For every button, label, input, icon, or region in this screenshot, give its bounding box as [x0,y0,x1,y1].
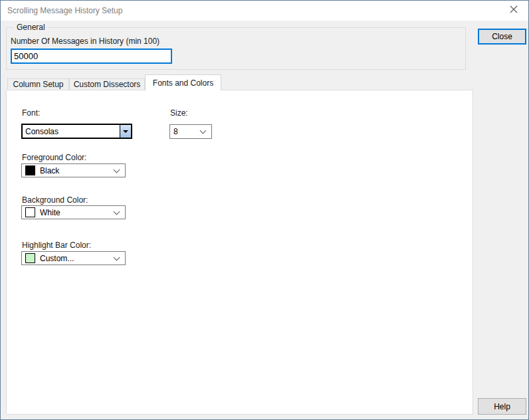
background-color-swatch [25,207,35,217]
chevron-down-icon [114,166,120,173]
tab-fonts-and-colors[interactable]: Fonts and Colors [145,74,221,90]
background-color-value: White [40,208,60,217]
font-label: Font: [22,108,40,118]
window-title: Scrolling Message History Setup [7,6,122,15]
foreground-color-label: Foreground Color: [22,153,86,162]
title-bar: Scrolling Message History Setup [1,1,528,21]
chevron-down-icon [114,208,120,215]
general-groupbox: General Number Of Messages in History (m… [6,27,466,70]
highlight-bar-color-label: Highlight Bar Color: [22,241,91,250]
background-color-combobox[interactable]: White [21,205,126,219]
messages-history-input[interactable] [11,49,172,64]
messages-history-label: Number Of Messages in History (min 100) [11,37,159,46]
foreground-color-swatch [25,165,35,175]
size-combobox[interactable]: 8 [169,124,212,139]
close-icon [510,5,518,15]
tab-custom-dissectors[interactable]: Custom Dissectors [69,78,145,90]
font-dropdown-button[interactable] [120,125,131,138]
font-combobox[interactable]: Consolas [21,124,132,139]
window-close-button[interactable] [498,1,528,20]
size-combobox-value: 8 [173,127,178,136]
highlight-bar-color-swatch [25,253,35,263]
scrolling-message-history-setup-dialog: Scrolling Message History Setup General … [0,0,529,420]
chevron-down-icon [114,254,120,261]
foreground-color-value: Black [40,166,59,175]
size-label: Size: [170,108,188,118]
help-button[interactable]: Help [478,398,526,415]
highlight-bar-color-value: Custom... [40,254,74,263]
dropdown-arrow-icon [123,130,128,133]
highlight-bar-color-combobox[interactable]: Custom... [21,251,126,265]
background-color-label: Background Color: [22,195,88,205]
chevron-down-icon [200,128,207,134]
tab-column-setup[interactable]: Column Setup [7,78,69,90]
general-groupbox-legend: General [14,23,48,32]
foreground-color-combobox[interactable]: Black [21,163,126,177]
font-combobox-value: Consolas [25,127,58,136]
close-button[interactable]: Close [478,29,526,45]
